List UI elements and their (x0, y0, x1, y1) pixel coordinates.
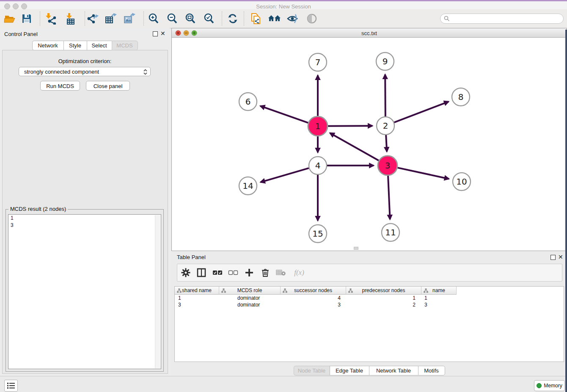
import-table-button[interactable] (63, 12, 77, 25)
clone-network-button[interactable] (249, 12, 263, 25)
zoom-out-button[interactable] (165, 12, 179, 25)
deselect-all-button[interactable] (226, 266, 240, 279)
table-cell[interactable]: 3 (421, 301, 457, 308)
select-all-button[interactable] (211, 266, 224, 279)
import-network-button[interactable] (44, 12, 58, 25)
edge-1-6[interactable] (260, 106, 308, 123)
criterion-dropdown[interactable]: strongly connected component (19, 67, 151, 76)
zoom-in-button[interactable] (146, 12, 161, 25)
table-cell[interactable]: dominator (219, 301, 281, 308)
column-header-label: MCDS role (237, 287, 262, 293)
toolbar-separator (85, 11, 85, 26)
tab-style[interactable]: Style (63, 41, 87, 50)
add-column-button[interactable] (242, 266, 256, 279)
table-options-button[interactable] (179, 266, 193, 279)
function-builder-button[interactable]: f(x) (291, 266, 308, 279)
open-session-button[interactable] (3, 12, 17, 25)
run-mcds-button[interactable]: Run MCDS (40, 81, 80, 91)
table-cell[interactable]: 2 (346, 301, 421, 308)
table-panel-close-button[interactable]: ✕ (558, 254, 563, 259)
node-table[interactable]: shared nameMCDS rolesuccessor nodesprede… (174, 286, 564, 362)
tab-network[interactable]: Network (32, 41, 63, 50)
node-label: 1 (315, 121, 321, 131)
export-image-button[interactable] (122, 12, 137, 25)
table-cell[interactable]: 1 (175, 295, 219, 301)
zoom-fit-button[interactable] (183, 12, 198, 25)
show-all-networks-button[interactable] (267, 12, 282, 25)
column-header-shared-name[interactable]: shared name (175, 287, 219, 295)
homes-icon (268, 13, 281, 24)
network-graph[interactable]: 7968124314101511 (172, 38, 567, 251)
control-panel-float-button[interactable] (153, 31, 158, 36)
preview-button[interactable] (305, 12, 319, 25)
table-cell[interactable]: 3 (281, 301, 346, 308)
column-header-predecessor-nodes[interactable]: predecessor nodes (346, 287, 421, 295)
table-panel-float-button[interactable] (550, 255, 556, 260)
save-session-button[interactable] (19, 12, 34, 25)
node-6[interactable]: 6 (239, 93, 257, 110)
node-14[interactable]: 14 (239, 177, 257, 195)
tab-edge-table[interactable]: Edge Table (330, 366, 369, 375)
control-panel-close-button[interactable]: ✕ (160, 31, 165, 36)
zoom-selected-button[interactable] (202, 12, 216, 25)
edge-2-9[interactable] (385, 75, 385, 116)
node-15[interactable]: 15 (309, 225, 327, 243)
splitter-grip[interactable] (354, 247, 358, 250)
node-3[interactable]: 3 (378, 156, 397, 175)
column-visibility-button[interactable] (195, 266, 208, 279)
apply-layout-button[interactable] (226, 12, 240, 25)
close-panel-button[interactable]: Close panel (86, 81, 130, 91)
table-cell[interactable]: 3 (175, 301, 219, 308)
node-1[interactable]: 1 (308, 116, 328, 136)
zoom-in-icon (148, 13, 160, 25)
table-cell[interactable]: 1 (346, 295, 421, 301)
edge-4-14[interactable] (261, 168, 309, 182)
edge-2-3[interactable] (386, 135, 387, 152)
table-row[interactable]: 1dominator411 (175, 295, 457, 301)
node-7[interactable]: 7 (309, 53, 327, 71)
tab-network-table[interactable]: Network Table (369, 366, 418, 375)
edge-1-2[interactable] (328, 126, 372, 126)
table-cell[interactable]: 4 (281, 295, 346, 301)
edge-3-10[interactable] (397, 168, 449, 179)
delete-column-button[interactable] (259, 266, 272, 279)
table-cell[interactable]: 1 (421, 295, 457, 301)
column-header-label: predecessor nodes (362, 287, 405, 293)
network-window-titlebar[interactable]: scc.txt (172, 28, 567, 38)
mcds-result-list[interactable]: 13 (8, 214, 161, 369)
memory-button[interactable]: Memory (534, 380, 565, 391)
node-11[interactable]: 11 (382, 224, 399, 241)
toggle-visual-properties-button[interactable] (286, 12, 300, 25)
export-network-icon (86, 13, 99, 25)
column-header-label: successor nodes (294, 287, 332, 293)
edge-3-11[interactable] (388, 176, 390, 219)
node-10[interactable]: 10 (453, 173, 471, 190)
mcds-result-item[interactable]: 1 (8, 215, 161, 222)
save-icon (21, 13, 32, 24)
column-header-successor-nodes[interactable]: successor nodes (281, 287, 346, 295)
eye-disabled-icon (306, 13, 318, 24)
column-header-name[interactable]: name (421, 287, 457, 295)
column-header-MCDS-role[interactable]: MCDS role (219, 287, 281, 295)
tab-node-table[interactable]: Node Table (294, 366, 330, 375)
mcds-result-item[interactable]: 3 (8, 222, 161, 229)
edge-2-8[interactable] (394, 102, 449, 122)
gear-icon (181, 268, 190, 277)
table-row[interactable]: 3dominator323 (175, 301, 457, 308)
node-4[interactable]: 4 (309, 157, 327, 174)
tab-select[interactable]: Select (87, 41, 112, 50)
table-cell[interactable]: dominator (219, 295, 281, 301)
delete-table-button[interactable] (274, 266, 288, 279)
export-table-button[interactable] (104, 12, 118, 25)
node-9[interactable]: 9 (376, 52, 394, 70)
edge-3-1[interactable] (330, 133, 379, 160)
node-8[interactable]: 8 (452, 88, 470, 106)
node-2[interactable]: 2 (377, 117, 394, 135)
task-history-button[interactable] (4, 380, 18, 392)
search-field[interactable] (440, 14, 564, 24)
tab-motifs[interactable]: Motifs (418, 366, 445, 375)
result-scrollbar[interactable] (155, 215, 160, 368)
export-network-button[interactable] (85, 12, 100, 25)
column-header-label: name (432, 287, 445, 293)
tab-mcds[interactable]: MCDS (112, 41, 138, 50)
